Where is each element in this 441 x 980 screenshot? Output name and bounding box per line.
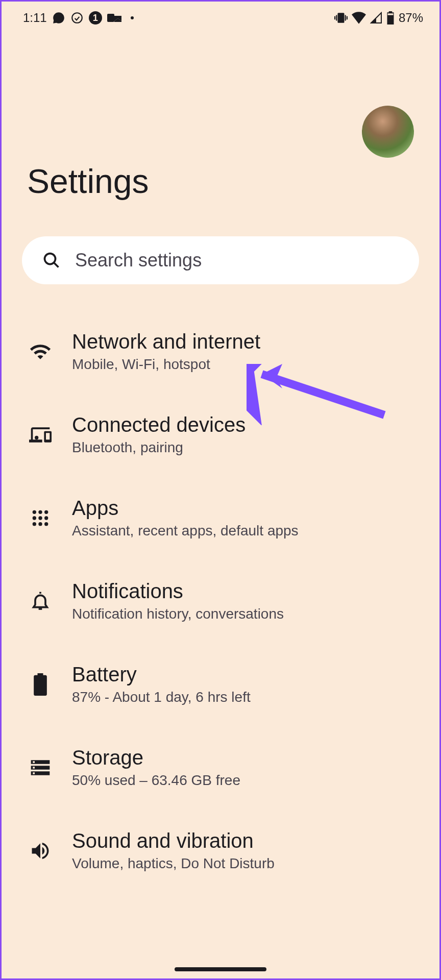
svg-point-9 <box>33 516 36 520</box>
item-title: Storage <box>72 746 240 769</box>
svg-point-3 <box>45 254 56 264</box>
item-title: Apps <box>72 497 299 520</box>
status-bar: 1:11 1 87% <box>2 2 439 34</box>
item-title: Sound and vibration <box>72 829 275 852</box>
apps-icon <box>27 505 54 531</box>
svg-rect-1 <box>107 14 114 22</box>
search-bar[interactable]: Search settings <box>22 236 419 284</box>
settings-item-connected-devices[interactable]: Connected devices Bluetooth, pairing <box>17 393 424 476</box>
settings-item-storage[interactable]: Storage 50% used – 63.46 GB free <box>17 726 424 809</box>
item-subtitle: Bluetooth, pairing <box>72 439 246 456</box>
svg-line-4 <box>54 263 59 267</box>
battery-percent: 87% <box>399 11 423 25</box>
item-title: Notifications <box>72 580 284 603</box>
item-subtitle: 50% used – 63.46 GB free <box>72 772 240 789</box>
status-left: 1:11 1 <box>23 11 134 25</box>
svg-point-6 <box>33 510 36 513</box>
chat-icon <box>52 11 65 24</box>
devices-icon <box>27 422 54 448</box>
notification-count-badge: 1 <box>89 11 102 24</box>
status-time: 1:11 <box>23 11 47 25</box>
battery-icon <box>27 671 54 698</box>
header: Settings <box>2 34 439 221</box>
outlook-icon <box>107 11 122 24</box>
svg-rect-2 <box>388 13 394 15</box>
wifi-status-icon <box>352 12 366 24</box>
svg-point-5 <box>35 435 38 439</box>
settings-item-sound[interactable]: Sound and vibration Volume, haptics, Do … <box>17 809 424 892</box>
svg-point-12 <box>33 522 36 526</box>
signal-icon <box>370 12 382 24</box>
cloud-sync-icon <box>70 11 84 24</box>
svg-point-14 <box>44 522 48 526</box>
vibrate-icon <box>334 11 348 24</box>
search-icon <box>42 251 61 270</box>
more-notifications-dot <box>131 16 134 19</box>
settings-item-notifications[interactable]: Notifications Notification history, conv… <box>17 559 424 643</box>
item-subtitle: Volume, haptics, Do Not Disturb <box>72 855 275 872</box>
search-placeholder: Search settings <box>75 250 202 271</box>
svg-point-11 <box>44 516 48 520</box>
settings-item-battery[interactable]: Battery 87% - About 1 day, 6 hrs left <box>17 643 424 726</box>
page-title: Settings <box>27 162 414 201</box>
svg-point-8 <box>44 510 48 513</box>
item-subtitle: Notification history, conversations <box>72 606 284 622</box>
svg-point-13 <box>38 522 42 526</box>
item-subtitle: Assistant, recent apps, default apps <box>72 523 299 539</box>
item-subtitle: Mobile, Wi-Fi, hotspot <box>72 356 260 373</box>
item-title: Battery <box>72 663 251 686</box>
sound-icon <box>27 838 54 864</box>
settings-item-network[interactable]: Network and internet Mobile, Wi-Fi, hots… <box>17 310 424 393</box>
status-right: 87% <box>334 11 423 25</box>
wifi-icon <box>27 338 54 365</box>
item-subtitle: 87% - About 1 day, 6 hrs left <box>72 689 251 705</box>
settings-list: Network and internet Mobile, Wi-Fi, hots… <box>2 310 439 892</box>
svg-point-0 <box>72 13 82 23</box>
profile-avatar[interactable] <box>362 106 414 158</box>
item-title: Network and internet <box>72 330 260 353</box>
battery-status-icon <box>386 11 395 24</box>
item-title: Connected devices <box>72 413 246 436</box>
navigation-handle[interactable] <box>175 967 266 971</box>
settings-item-apps[interactable]: Apps Assistant, recent apps, default app… <box>17 476 424 559</box>
svg-point-7 <box>38 510 42 513</box>
storage-icon <box>27 754 54 781</box>
bell-icon <box>27 588 54 615</box>
svg-point-10 <box>38 516 42 520</box>
